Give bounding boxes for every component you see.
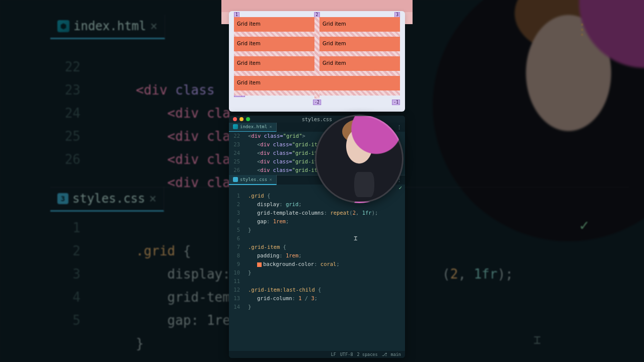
- color-swatch-icon: [257, 262, 262, 267]
- tab-index-html[interactable]: index.html ×: [229, 122, 277, 132]
- html-file-icon: ⬢: [57, 20, 69, 32]
- code-line: }: [248, 303, 251, 311]
- bg-tab-label: index.html: [73, 19, 146, 33]
- code-line: .grid-item {: [248, 243, 286, 251]
- code-line: .grid-item:last-child {: [248, 286, 321, 294]
- code-line: <div class="grid-ite: [257, 149, 320, 157]
- code-line: grid-column: 1 / 3;: [257, 294, 317, 303]
- check-icon: ✓: [580, 216, 589, 234]
- tab-styles-css[interactable]: styles.css ×: [229, 175, 277, 185]
- check-icon: ✓: [398, 185, 402, 191]
- tab-label: index.html: [240, 124, 267, 129]
- grid-item: Grid item: [234, 37, 314, 51]
- bg-tab-index-html[interactable]: ⬢ index.html ×: [50, 15, 165, 39]
- text-cursor-icon: ⌶: [534, 333, 541, 347]
- code-line: background-color: coral;: [257, 260, 340, 268]
- code-line: gap: 1rem;: [257, 217, 289, 226]
- bg-css-tail: (2(2, 1fr);, 1fr);: [442, 262, 513, 286]
- grid-item: Grid item: [234, 56, 314, 71]
- bg-html-gutter: 2223242526: [50, 55, 80, 171]
- close-icon[interactable]: ×: [269, 124, 272, 129]
- bg-tab-styles-css[interactable]: 3 styles.css ×: [50, 187, 164, 212]
- code-line: padding: 1rem;: [257, 251, 302, 260]
- grid-item: Grid item: [234, 17, 314, 32]
- kebab-icon[interactable]: ⋮: [393, 124, 405, 130]
- tab-label: styles.css: [240, 177, 267, 182]
- code-line: .grid {: [248, 192, 270, 200]
- status-encoding[interactable]: UTF-8: [340, 352, 353, 357]
- bg-css-gutter: 12345: [50, 216, 80, 332]
- text-cursor-icon: ⌶: [354, 235, 357, 242]
- git-branch-icon: ⎇: [382, 352, 387, 357]
- grid-item: Grid item: [319, 37, 400, 51]
- code-line: grid-template-columns: repeat(2, 1fr);: [257, 209, 378, 217]
- bg-tab-label: styles.css: [72, 192, 145, 206]
- css-file-icon: [233, 177, 238, 182]
- bg-css-code: .grid { display: grid-tem gap: 1re }: [136, 216, 230, 355]
- code-line: <div class="grid-ite: [257, 140, 320, 149]
- grid-preview: 1 2 3 1 2 3 4 5 -3 -1 -2 -1 Grid item Gr…: [229, 11, 405, 112]
- css-file-icon: 3: [57, 193, 68, 204]
- grid-item-last: Grid item: [234, 76, 400, 90]
- code-line: }: [248, 226, 251, 234]
- grid-item: Grid item: [319, 17, 400, 32]
- close-icon[interactable]: ×: [150, 19, 157, 33]
- css-code-pane[interactable]: 1 2 3 4 5 6 7 8 9 10 11 12 13 14 .grid {…: [229, 192, 405, 351]
- status-branch[interactable]: main: [391, 352, 401, 357]
- foreground-column: 1 2 3 1 2 3 4 5 -3 -1 -2 -1 Grid item Gr…: [221, 0, 413, 362]
- close-icon[interactable]: ×: [269, 177, 272, 182]
- status-spaces[interactable]: 2 spaces: [357, 352, 378, 357]
- code-line: }: [248, 268, 251, 277]
- code-line: <div class="grid">: [248, 132, 305, 140]
- bg-html-code: <div class <div cla <div cla <div cla <d…: [136, 55, 230, 194]
- editor-statusbar: LF UTF-8 2 spaces ⎇ main: [229, 351, 405, 358]
- kebab-icon[interactable]: ⋮: [575, 20, 589, 38]
- code-line: display: grid;: [257, 200, 302, 209]
- code-line: <div class="grid-item: [257, 157, 324, 166]
- grid-item: Grid item: [319, 56, 400, 71]
- html-file-icon: [233, 124, 238, 129]
- webcam-overlay: [315, 115, 404, 203]
- close-icon[interactable]: ×: [149, 192, 156, 206]
- status-eol[interactable]: LF: [331, 352, 336, 357]
- grid-container: Grid item Grid item Grid item Grid item …: [234, 17, 400, 109]
